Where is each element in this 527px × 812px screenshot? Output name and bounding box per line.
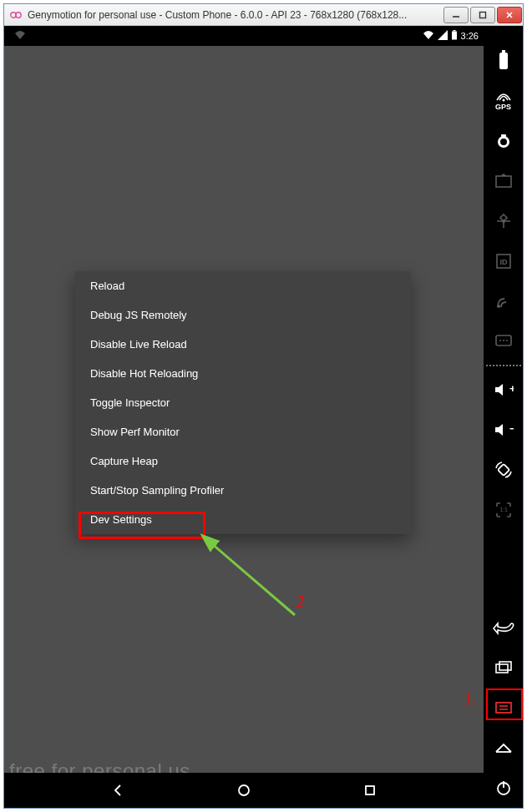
wifi-dim-icon — [14, 30, 26, 42]
toolbar-nav-recents-button[interactable] — [484, 648, 523, 688]
svg-point-15 — [500, 139, 507, 145]
devmenu-debug-js-remotely[interactable]: Debug JS Remotely — [75, 300, 411, 330]
toolbar-rotate-button[interactable] — [484, 450, 523, 490]
android-navbar — [4, 773, 484, 808]
svg-rect-31 — [499, 662, 511, 670]
svg-point-9 — [239, 785, 249, 795]
svg-rect-28 — [497, 464, 509, 476]
genymotion-app-icon — [9, 8, 23, 22]
svg-rect-30 — [496, 664, 508, 673]
svg-rect-11 — [499, 53, 508, 69]
devmenu-reload[interactable]: Reload — [75, 271, 411, 300]
window-controls — [443, 7, 523, 23]
genymotion-window: Genymotion for personal use - Custom Pho… — [3, 3, 524, 809]
toolbar-pixel-perfect-button[interactable]: 1:1 — [484, 490, 523, 530]
toolbar-screencast-button[interactable] — [484, 161, 523, 201]
annotation-arrow — [196, 530, 313, 630]
toolbar-identifier-button[interactable]: ID — [484, 241, 523, 281]
svg-rect-6 — [452, 32, 457, 40]
toolbar-separator — [486, 365, 521, 366]
svg-text:ID: ID — [499, 258, 508, 266]
svg-rect-32 — [496, 703, 511, 713]
svg-point-13 — [502, 98, 504, 101]
svg-point-24 — [503, 340, 504, 341]
svg-text:+: + — [509, 382, 514, 395]
toolbar-nav-back-button[interactable] — [484, 608, 523, 648]
devmenu-dev-settings[interactable]: Dev Settings — [75, 505, 411, 534]
toolbar-volume-down-button[interactable]: − — [484, 410, 523, 450]
devmenu-toggle-inspector[interactable]: Toggle Inspector — [75, 388, 411, 417]
nav-recents-button[interactable] — [358, 779, 382, 802]
toolbar-power-button[interactable] — [484, 768, 523, 808]
svg-rect-7 — [453, 30, 455, 32]
toolbar-network-button[interactable] — [484, 281, 523, 321]
window-titlebar: Genymotion for personal use - Custom Pho… — [4, 4, 523, 26]
devmenu-disable-live-reload[interactable]: Disable Live Reload — [75, 330, 411, 359]
svg-text:1:1: 1:1 — [499, 507, 508, 512]
android-statusbar: 3:26 — [4, 26, 484, 46]
phone-viewport: 3:26 Reload Debug JS Remotely Disable Li… — [4, 26, 484, 808]
svg-line-8 — [211, 543, 295, 615]
svg-point-23 — [499, 340, 501, 341]
react-native-dev-menu: Reload Debug JS Remotely Disable Live Re… — [75, 271, 411, 534]
window-title: Genymotion for personal use - Custom Pho… — [28, 9, 443, 21]
devmenu-show-perf-monitor[interactable]: Show Perf Monitor — [75, 417, 411, 446]
close-button[interactable] — [497, 7, 522, 23]
workspace: 3:26 Reload Debug JS Remotely Disable Li… — [4, 26, 523, 808]
toolbar-gps-button[interactable]: GPS — [484, 81, 523, 121]
minimize-button[interactable] — [443, 7, 469, 23]
statusbar-clock: 3:26 — [461, 31, 479, 41]
toolbar-menu-button[interactable] — [484, 688, 523, 728]
annotation-label-2: 2 — [296, 593, 304, 611]
nav-home-button[interactable] — [232, 779, 256, 802]
toolbar-camera-button[interactable] — [484, 121, 523, 161]
svg-rect-12 — [502, 50, 505, 53]
signal-icon — [438, 30, 448, 42]
maximize-button[interactable] — [470, 7, 495, 23]
devmenu-capture-heap[interactable]: Capture Heap — [75, 446, 411, 476]
toolbar-sms-button[interactable] — [484, 321, 523, 361]
wifi-icon — [423, 30, 434, 42]
nav-back-button[interactable] — [107, 779, 130, 802]
toolbar-remote-button[interactable] — [484, 201, 523, 241]
genymotion-toolbar: GPS ID + — [484, 26, 523, 808]
svg-rect-17 — [496, 176, 511, 187]
toolbar-volume-up-button[interactable]: + — [484, 370, 523, 410]
svg-point-21 — [497, 305, 500, 308]
devmenu-disable-hot-reloading[interactable]: Disable Hot Reloading — [75, 359, 411, 388]
svg-rect-3 — [480, 12, 486, 18]
svg-point-25 — [506, 340, 508, 341]
toolbar-battery-button[interactable] — [484, 41, 523, 81]
svg-text:−: − — [509, 422, 514, 435]
toolbar-gps-label: GPS — [495, 103, 511, 111]
battery-icon — [451, 30, 458, 42]
svg-rect-16 — [501, 134, 506, 138]
devmenu-start-stop-sampling-profiler[interactable]: Start/Stop Sampling Profiler — [75, 476, 411, 505]
svg-rect-10 — [366, 786, 374, 794]
toolbar-nav-home-button[interactable] — [484, 728, 523, 768]
